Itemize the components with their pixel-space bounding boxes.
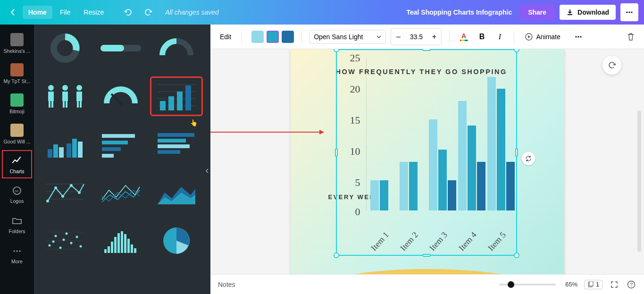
rail-more[interactable]: More <box>1 240 33 270</box>
y-tick-5: 5 <box>355 176 360 189</box>
svg-point-7 <box>19 250 20 252</box>
font-size-increase[interactable]: + <box>427 29 441 45</box>
redo-button[interactable] <box>142 7 154 18</box>
bar <box>370 180 379 210</box>
svg-rect-22 <box>80 101 82 108</box>
rail-brand-shekina[interactable]: Shekina's ... <box>1 28 33 59</box>
rail-folders[interactable]: Folders <box>1 210 33 240</box>
bar-group-4 <box>458 101 485 210</box>
top-more-button[interactable] <box>620 3 638 21</box>
floating-redo-button[interactable] <box>602 56 621 75</box>
thumb-line-chart-multi[interactable] <box>95 174 146 211</box>
sel-handle-bl[interactable] <box>334 252 339 258</box>
download-button[interactable]: Download <box>560 5 616 20</box>
page-indicator[interactable]: 1 <box>584 280 602 289</box>
svg-point-19 <box>76 85 82 91</box>
undo-button[interactable] <box>123 7 134 18</box>
y-tick-25: 25 <box>350 52 360 64</box>
menu-home[interactable]: Home <box>23 6 52 19</box>
menu-file[interactable]: File <box>54 6 76 19</box>
folders-icon <box>11 215 23 227</box>
help-button[interactable]: ? <box>626 279 636 290</box>
svg-rect-17 <box>63 101 65 108</box>
context-more-button[interactable] <box>572 30 585 43</box>
canvas-area[interactable]: HOW FREQUENTLY THEY GO SHOPPING EVERY WE… <box>210 49 644 274</box>
rail-logos[interactable]: co. Logos <box>1 179 33 210</box>
thumb-donut-chart[interactable] <box>40 29 91 67</box>
svg-text:A: A <box>461 32 466 40</box>
rail-brand-goodwill[interactable]: Good Will ... <box>1 119 33 149</box>
zoom-slider[interactable] <box>499 284 556 286</box>
svg-line-23 <box>111 94 121 103</box>
more-icon <box>11 245 23 257</box>
sel-handle-l[interactable] <box>335 148 338 157</box>
thumb-area-chart[interactable] <box>151 174 202 211</box>
thumb-histogram[interactable] <box>95 222 146 260</box>
svg-rect-21 <box>77 101 79 108</box>
sel-handle-br[interactable] <box>514 252 519 258</box>
font-select[interactable]: Open Sans Light <box>309 30 386 44</box>
svg-rect-46 <box>158 150 180 154</box>
panel-collapse-button[interactable] <box>204 157 210 185</box>
thumb-gauge-arc[interactable] <box>151 29 202 67</box>
bar-group-1 <box>370 180 398 210</box>
bar <box>380 180 388 210</box>
edit-button[interactable]: Edit <box>217 31 234 42</box>
sel-handle-tl[interactable] <box>334 49 339 52</box>
rail-brand-tpt[interactable]: My TpT St... <box>1 59 33 89</box>
bold-button[interactable]: B <box>475 30 488 43</box>
sync-icon[interactable] <box>522 152 535 165</box>
thumb-horiz-bars-2[interactable] <box>151 126 202 163</box>
back-button[interactable] <box>6 5 21 20</box>
animate-button[interactable]: Animate <box>522 31 563 43</box>
thumb-stacked-bars[interactable] <box>40 126 91 163</box>
thumb-pie-chart[interactable] <box>151 222 202 260</box>
svg-point-2 <box>631 11 632 13</box>
font-size-decrease[interactable]: – <box>391 29 405 45</box>
notes-button[interactable]: Notes <box>218 281 235 288</box>
zoom-percent[interactable]: 65% <box>565 281 577 288</box>
sel-handle-r[interactable] <box>515 148 518 157</box>
charts-icon <box>11 154 23 167</box>
thumb-speedometer[interactable] <box>95 77 146 115</box>
text-color-button[interactable]: A <box>457 30 470 43</box>
svg-point-60 <box>49 244 51 247</box>
swatch-3[interactable] <box>282 31 294 43</box>
sel-handle-tr[interactable] <box>514 49 519 52</box>
delete-button[interactable] <box>624 30 637 43</box>
thumb-scatter-plot[interactable] <box>40 222 91 260</box>
design-page[interactable]: HOW FREQUENTLY THEY GO SHOPPING EVERY WE… <box>291 49 564 274</box>
sel-handle-t[interactable] <box>422 49 431 51</box>
swatch-2[interactable] <box>267 31 279 43</box>
svg-rect-44 <box>158 139 186 143</box>
share-button[interactable]: Share <box>519 5 555 20</box>
thumb-line-chart-single[interactable] <box>40 174 91 211</box>
bar <box>448 180 456 210</box>
pages-icon <box>587 281 594 288</box>
svg-rect-40 <box>102 141 128 144</box>
thumb-progress-pill[interactable] <box>95 29 146 67</box>
svg-rect-38 <box>78 142 83 158</box>
svg-rect-20 <box>76 92 82 101</box>
sel-handle-b[interactable] <box>422 254 431 257</box>
thumb-bar-chart-asc[interactable] <box>151 77 202 115</box>
menu-resize[interactable]: Resize <box>78 6 109 19</box>
document-title[interactable]: Teal Shopping Charts Infographic <box>406 8 512 16</box>
bar <box>429 119 437 210</box>
rail-brand-bitmoji[interactable]: Bitmoji <box>1 89 33 119</box>
thumb-people-chart[interactable] <box>40 77 91 115</box>
svg-rect-29 <box>160 101 166 110</box>
thumb-horiz-bars-1[interactable] <box>95 126 146 163</box>
fullscreen-button[interactable] <box>609 279 619 290</box>
font-size-input[interactable] <box>405 29 427 45</box>
bar <box>477 162 485 210</box>
svg-rect-45 <box>158 144 190 148</box>
bar <box>487 77 496 210</box>
color-swatches <box>251 31 294 43</box>
italic-button[interactable]: I <box>493 30 506 43</box>
swatch-1[interactable] <box>251 31 264 43</box>
zoom-thumb[interactable] <box>508 281 514 288</box>
canvas-scrollbar[interactable] <box>637 110 641 252</box>
rail-charts[interactable]: Charts <box>1 149 33 179</box>
svg-point-51 <box>54 186 57 189</box>
